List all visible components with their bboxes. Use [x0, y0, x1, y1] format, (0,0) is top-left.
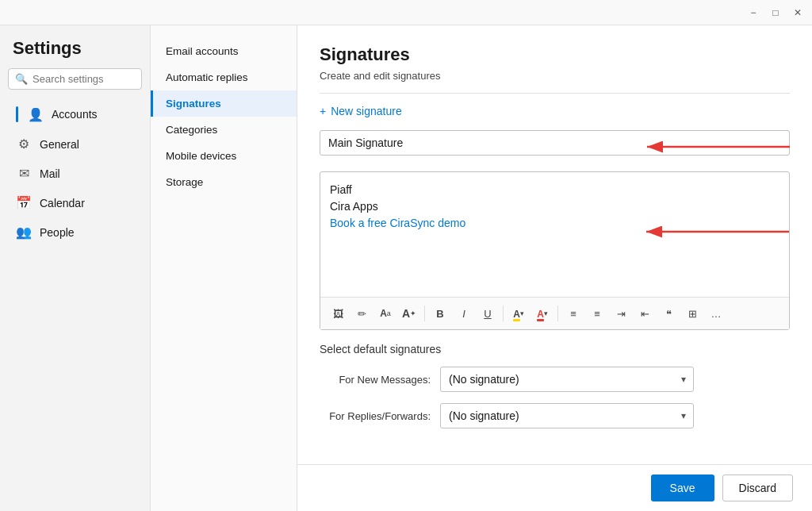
new-signature-button[interactable]: + New signature	[320, 105, 790, 117]
page-title: Signatures	[320, 44, 790, 65]
tb-bold-button[interactable]: B	[429, 302, 451, 325]
tb-align-left-button[interactable]: ≡	[562, 302, 584, 325]
search-input[interactable]	[33, 73, 135, 85]
new-messages-select[interactable]: (No signature) Main Signature	[440, 367, 694, 392]
mid-nav-automatic-replies[interactable]: Automatic replies	[151, 64, 297, 90]
app-layout: Settings 🔍 👤 Accounts ⚙ General ✉ Mail 📅…	[0, 25, 812, 511]
calendar-icon: 📅	[16, 195, 32, 210]
replies-select-wrapper: (No signature) Main Signature ▾	[440, 403, 694, 428]
tb-font-size-up-button[interactable]: A✦	[398, 302, 420, 325]
default-sig-title: Select default signatures	[320, 343, 790, 355]
signature-toolbar: 🖼 ✏ Aa A✦ B I U A	[320, 297, 789, 329]
toolbar-separator-2	[503, 305, 504, 321]
tb-format-button[interactable]: ✏	[350, 302, 373, 325]
mail-label: Mail	[40, 167, 60, 180]
search-icon: 🔍	[15, 73, 28, 85]
title-bar: − □ ✕	[0, 0, 812, 25]
tb-image-button[interactable]: 🖼	[327, 302, 349, 325]
people-label: People	[40, 226, 75, 239]
content-area: Signatures Create and edit signatures + …	[297, 25, 812, 464]
new-messages-row: For New Messages: (No signature) Main Si…	[320, 367, 790, 392]
minimize-button[interactable]: −	[745, 5, 761, 21]
sidebar: Settings 🔍 👤 Accounts ⚙ General ✉ Mail 📅…	[0, 25, 151, 511]
toolbar-separator-3	[557, 305, 558, 321]
discard-button[interactable]: Discard	[722, 474, 793, 501]
new-messages-label: For New Messages:	[320, 374, 431, 386]
tb-table-button[interactable]: ⊞	[681, 302, 703, 325]
arrow-annotation-2	[638, 220, 797, 244]
sidebar-item-accounts[interactable]: 👤 Accounts	[3, 100, 147, 129]
mid-nav-categories[interactable]: Categories	[151, 117, 297, 143]
sig-line2: Cira Apps	[330, 198, 779, 215]
mid-panel: Email accounts Automatic replies Signatu…	[151, 25, 297, 511]
replies-select[interactable]: (No signature) Main Signature	[440, 403, 694, 428]
main-content: Signatures Create and edit signatures + …	[297, 25, 812, 511]
maximize-button[interactable]: □	[768, 5, 783, 21]
sig-line1: Piaff	[330, 182, 779, 198]
replies-row: For Replies/Forwards: (No signature) Mai…	[320, 403, 790, 428]
default-signatures-section: Select default signatures For New Messag…	[320, 343, 790, 428]
accounts-label: Accounts	[52, 108, 98, 121]
new-sig-label: New signature	[331, 105, 402, 117]
section-subtitle: Create and edit signatures	[320, 70, 790, 82]
tb-highlight-button[interactable]: A ▾	[508, 302, 530, 325]
tb-italic-button[interactable]: I	[453, 302, 475, 325]
people-icon: 👥	[16, 225, 32, 240]
mid-nav-storage[interactable]: Storage	[151, 169, 297, 195]
arrow-annotation-1	[639, 135, 798, 159]
new-messages-select-wrapper: (No signature) Main Signature ▾	[440, 367, 694, 392]
tb-indent-button[interactable]: ⇥	[610, 302, 632, 325]
signature-editor: Piaff Cira Apps Book a free CiraSync dem…	[320, 171, 790, 330]
tb-outdent-button[interactable]: ⇤	[634, 302, 656, 325]
accounts-icon: 👤	[28, 107, 44, 122]
new-sig-plus-icon: +	[320, 105, 326, 117]
close-button[interactable]: ✕	[790, 5, 806, 21]
mid-nav-email-accounts[interactable]: Email accounts	[151, 38, 297, 64]
mail-icon: ✉	[16, 166, 32, 181]
divider	[320, 93, 790, 94]
tb-more-button[interactable]: …	[705, 302, 727, 325]
tb-font-color-button[interactable]: A ▾	[531, 302, 553, 325]
tb-quote-button[interactable]: ❝	[657, 302, 680, 325]
calendar-label: Calendar	[40, 197, 85, 209]
general-label: General	[40, 138, 79, 151]
search-box[interactable]: 🔍	[8, 68, 142, 90]
replies-label: For Replies/Forwards:	[320, 410, 431, 422]
active-indicator	[16, 106, 18, 122]
sidebar-item-calendar[interactable]: 📅 Calendar	[3, 189, 147, 217]
save-button[interactable]: Save	[651, 474, 714, 501]
sig-link[interactable]: Book a free CiraSync demo	[330, 217, 465, 229]
app-title: Settings	[0, 38, 150, 68]
mid-nav-signatures[interactable]: Signatures	[151, 90, 297, 117]
sig-name-container	[320, 130, 790, 163]
general-icon: ⚙	[16, 136, 32, 152]
mid-nav-mobile-devices[interactable]: Mobile devices	[151, 143, 297, 169]
footer-bar: Save Discard	[297, 464, 812, 511]
toolbar-separator-1	[424, 305, 425, 321]
sidebar-item-general[interactable]: ⚙ General	[3, 130, 147, 158]
sidebar-item-people[interactable]: 👥 People	[3, 218, 147, 246]
tb-font-size-down-button[interactable]: Aa	[374, 302, 396, 325]
sidebar-item-mail[interactable]: ✉ Mail	[3, 159, 147, 187]
tb-underline-button[interactable]: U	[477, 302, 499, 325]
tb-bullets-button[interactable]: ≡	[586, 302, 608, 325]
